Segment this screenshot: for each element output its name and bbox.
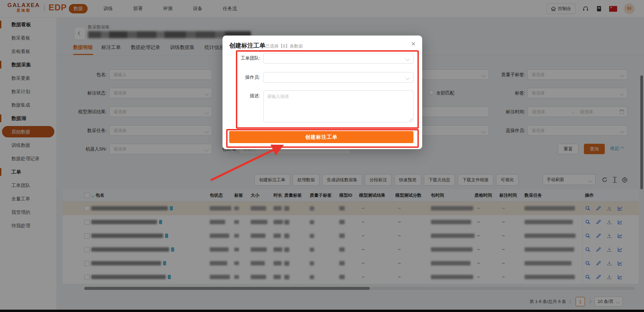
resize-handle[interactable] [409, 118, 412, 121]
modal-title: 创建标注工单 [229, 42, 265, 50]
order-team-label: 工单团队: [226, 53, 260, 64]
create-annotation-order-modal: 创建标注工单 已选择【6】条数据 × 工单团队: 操作员: 描述: 请输入描述 … [222, 36, 422, 149]
order-team-select[interactable] [263, 53, 413, 64]
chevron-down-icon [405, 57, 410, 61]
create-annotation-order-submit-button[interactable]: 创建标注工单 [229, 131, 413, 143]
description-textarea[interactable]: 请输入描述 [263, 90, 413, 122]
operator-label: 操作员: [226, 72, 260, 83]
modal-subtitle: 已选择【6】条数据 [265, 43, 303, 49]
chevron-down-icon [405, 76, 410, 80]
app-root: GALAXEA 星海图 | EDP 数据训练部署评测设备任务流 控制台 钟 数据… [0, 0, 644, 312]
operator-select[interactable] [263, 72, 413, 83]
description-label: 描述: [226, 90, 260, 101]
description-placeholder: 请输入描述 [267, 94, 289, 99]
close-icon[interactable]: × [410, 39, 417, 49]
